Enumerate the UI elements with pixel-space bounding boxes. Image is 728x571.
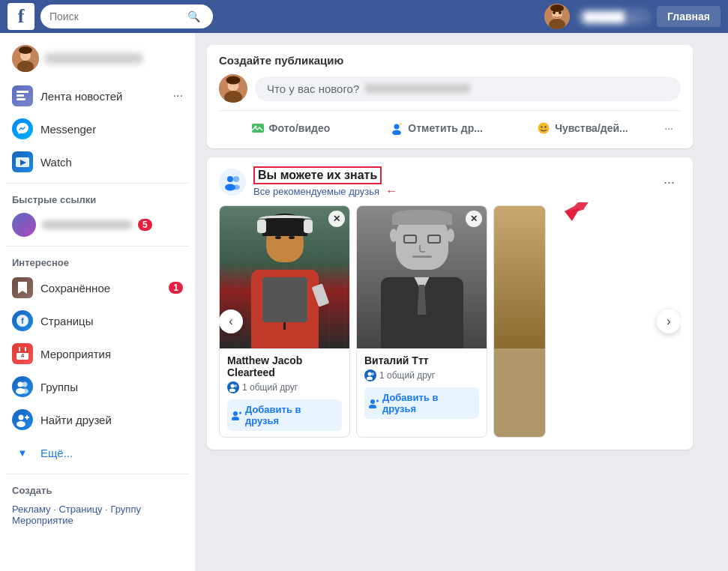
create-post-input-row: Что у вас нового? — [219, 74, 681, 103]
person-close-2[interactable]: ✕ — [466, 211, 482, 227]
newsfeed-dots[interactable]: ··· — [173, 89, 183, 103]
feelings-button[interactable]: Чувства/дей... — [511, 117, 655, 139]
svg-point-49 — [233, 411, 238, 416]
quick-link-avatar — [12, 213, 36, 237]
saved-badge: 1 — [169, 282, 183, 294]
sidebar-divider-1 — [6, 183, 189, 184]
carousel-container: ‹ — [219, 202, 681, 441]
person-close-1[interactable]: ✕ — [328, 211, 345, 227]
search-bar[interactable]: 🔍 — [40, 4, 213, 28]
avatar[interactable] — [544, 4, 570, 29]
more-icon: ▼ — [12, 442, 33, 463]
find-friends-label: Найти друзей — [40, 414, 183, 426]
sidebar-divider-3 — [6, 474, 189, 474]
svg-point-5 — [550, 4, 564, 12]
carousel-next-button[interactable]: › — [657, 309, 681, 333]
arrow-indicator: ← — [385, 184, 397, 198]
person-card-3-partial — [493, 205, 546, 438]
add-friend-label-2: Добавить в друзья — [382, 392, 475, 414]
search-input[interactable] — [49, 10, 184, 22]
svg-point-41 — [227, 176, 233, 182]
svg-point-47 — [229, 389, 235, 393]
create-page-link[interactable]: Страницу — [58, 504, 102, 515]
person-card-2: ✕ Виталий Ттт — [356, 205, 487, 438]
carousel-prev-button[interactable]: ‹ — [219, 309, 243, 333]
quick-link-item[interactable]: 5 — [6, 208, 189, 241]
create-ad-link[interactable]: Рекламу — [12, 504, 51, 515]
messenger-label: Messenger — [40, 123, 183, 136]
friends-icon — [12, 409, 33, 430]
person-name-1: Matthew Jacob Clearteed — [227, 354, 342, 378]
feeling-icon — [537, 121, 550, 135]
saved-label: Сохранённое — [40, 282, 161, 294]
topnav: f 🔍 ██████ ██████ Главная — [0, 0, 728, 33]
svg-point-44 — [232, 185, 240, 190]
svg-rect-12 — [16, 98, 25, 100]
sidebar-item-watch[interactable]: Watch — [6, 145, 189, 178]
sidebar-user-profile[interactable] — [6, 40, 189, 76]
search-icon: 🔍 — [187, 10, 200, 22]
newsfeed-icon — [12, 85, 33, 106]
pages-icon: f — [12, 310, 33, 331]
people-card-title-block: Вы можете их знать Все рекомендуемые дру… — [253, 166, 650, 198]
tag-friends-button[interactable]: Отметить др... — [365, 117, 508, 139]
people-card-title: Вы можете их знать — [253, 166, 382, 184]
create-title: Создать — [6, 479, 189, 499]
sidebar-divider-2 — [6, 246, 189, 247]
create-post-avatar — [219, 74, 247, 103]
messenger-icon — [12, 118, 33, 139]
sidebar-item-events[interactable]: 4 Мероприятия — [6, 337, 189, 370]
create-group-link[interactable]: Группу — [110, 504, 140, 515]
all-recommendations-link[interactable]: Все рекомендуемые друзья ← — [253, 184, 650, 198]
create-post-placeholder: Что у вас нового? — [267, 82, 359, 95]
svg-point-40 — [544, 126, 546, 127]
sidebar-username — [45, 53, 142, 64]
people-card-icon — [219, 169, 246, 196]
svg-point-39 — [541, 126, 542, 127]
person-mutual-1: 1 общий друг — [227, 381, 342, 393]
svg-point-50 — [232, 417, 239, 420]
sidebar-item-pages[interactable]: f Страницы — [6, 304, 189, 337]
people-card-options[interactable]: ··· — [658, 172, 681, 193]
svg-point-27 — [16, 421, 25, 427]
recommendations-label: Все рекомендуемые друзья — [253, 186, 379, 197]
svg-point-56 — [370, 399, 375, 404]
svg-point-26 — [19, 415, 24, 420]
svg-point-43 — [233, 176, 239, 182]
events-label: Мероприятия — [40, 348, 183, 360]
create-event-link[interactable]: Мероприятие — [12, 515, 73, 526]
photo-video-button[interactable]: Фото/видео — [219, 117, 362, 139]
sidebar-item-find-friends[interactable]: Найти друзей — [6, 403, 189, 436]
home-link[interactable]: Главная — [657, 6, 721, 27]
sidebar-item-groups[interactable]: Группы — [6, 370, 189, 403]
people-you-may-know-card: Вы можете их знать Все рекомендуемые дру… — [207, 157, 693, 450]
sidebar-item-messenger[interactable]: Messenger — [6, 112, 189, 145]
fb-logo[interactable]: f — [7, 3, 34, 30]
create-links: Рекламу · Страницу · Группу Мероприятие — [6, 499, 189, 531]
svg-point-37 — [392, 130, 401, 136]
add-friend-icon-1 — [232, 410, 242, 420]
svg-point-53 — [368, 372, 372, 376]
add-friend-2[interactable]: Добавить в друзья — [364, 387, 479, 419]
svg-point-38 — [538, 123, 550, 134]
newsfeed-label: Лента новостей — [40, 90, 166, 103]
svg-point-57 — [369, 405, 376, 408]
person-mutual-2: 1 общий друг — [364, 369, 479, 381]
sidebar-item-newsfeed[interactable]: Лента новостей ··· — [6, 79, 189, 112]
svg-point-33 — [226, 76, 241, 85]
svg-point-55 — [371, 372, 374, 375]
create-post-more-button[interactable]: ··· — [657, 118, 681, 139]
quick-links-title: Быстрые ссылки — [6, 188, 189, 208]
svg-point-46 — [231, 384, 235, 388]
mutual-text-1: 1 общий друг — [242, 382, 298, 393]
create-post-input-area[interactable]: Что у вас нового? — [255, 76, 681, 101]
groups-icon — [12, 376, 33, 397]
sidebar-avatar — [12, 45, 39, 72]
photo-icon — [251, 121, 265, 135]
sidebar-item-saved[interactable]: Сохранённое 1 — [6, 271, 189, 304]
person-photo-3-partial — [494, 206, 545, 348]
add-friend-1[interactable]: Добавить в друзья — [227, 399, 342, 431]
svg-rect-11 — [16, 94, 24, 97]
sidebar-item-more[interactable]: ▼ Ещё... — [6, 436, 189, 469]
add-friend-label-1: Добавить в друзья — [245, 404, 337, 426]
